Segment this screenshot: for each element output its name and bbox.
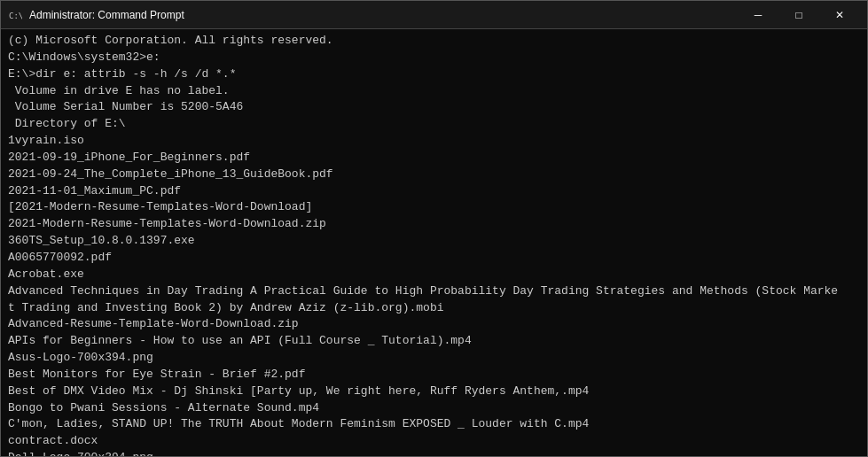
console-line: 2021-Modern-Resume-Templates-Word-Downlo… bbox=[8, 216, 860, 233]
title-bar: C:\ Administrator: Command Prompt ─ □ ✕ bbox=[1, 1, 867, 29]
console-line: Asus-Logo-700x394.png bbox=[8, 350, 860, 367]
console-line: [2021-Modern-Resume-Templates-Word-Downl… bbox=[8, 199, 860, 216]
console-line: Advanced Techniques in Day Trading A Pra… bbox=[8, 283, 860, 300]
console-line: (c) Microsoft Corporation. All rights re… bbox=[8, 33, 860, 50]
console-line: Bongo to Pwani Sessions - Alternate Soun… bbox=[8, 400, 860, 417]
console-line: 2021-09-19_iPhone_For_Beginners.pdf bbox=[8, 150, 860, 167]
console-line: Acrobat.exe bbox=[8, 267, 860, 283]
cmd-window: C:\ Administrator: Command Prompt ─ □ ✕ … bbox=[0, 0, 868, 457]
window-controls: ─ □ ✕ bbox=[738, 1, 860, 29]
console-line: 1vyrain.iso bbox=[8, 133, 860, 150]
close-button[interactable]: ✕ bbox=[819, 1, 860, 29]
svg-text:C:\: C:\ bbox=[9, 12, 22, 20]
console-output[interactable]: (c) Microsoft Corporation. All rights re… bbox=[1, 29, 867, 456]
console-line: Volume in drive E has no label. bbox=[8, 83, 860, 100]
console-line: E:\>dir e: attrib -s -h /s /d *.* bbox=[8, 66, 860, 83]
console-line: contract.docx bbox=[8, 433, 860, 450]
console-line: Advanced-Resume-Template-Word-Download.z… bbox=[8, 316, 860, 333]
cmd-icon: C:\ bbox=[8, 8, 22, 22]
console-line: Directory of E:\ bbox=[8, 116, 860, 133]
console-line: Best of DMX Video Mix - Dj Shinski [Part… bbox=[8, 383, 860, 400]
console-line: Dell-Logo-700x394.png bbox=[8, 450, 860, 456]
console-line: Best Monitors for Eye Strain - Brief #2.… bbox=[8, 367, 860, 383]
console-line: A0065770092.pdf bbox=[8, 250, 860, 267]
console-line: t Trading and Investing Book 2) by Andre… bbox=[8, 300, 860, 317]
minimize-button[interactable]: ─ bbox=[738, 1, 778, 29]
console-line: Volume Serial Number is 5200-5A46 bbox=[8, 99, 860, 116]
console-line: APIs for Beginners - How to use an API (… bbox=[8, 333, 860, 350]
window-title: Administrator: Command Prompt bbox=[29, 9, 738, 21]
maximize-button[interactable]: □ bbox=[778, 1, 819, 29]
console-line: 2021-09-24_The_Complete_iPhone_13_GuideB… bbox=[8, 167, 860, 183]
console-line: 360TS_Setup_10.8.0.1397.exe bbox=[8, 233, 860, 250]
console-line: C:\Windows\system32>e: bbox=[8, 50, 860, 66]
console-line: 2021-11-01_Maximum_PC.pdf bbox=[8, 183, 860, 200]
console-line: C'mon, Ladies, STAND UP! The TRUTH About… bbox=[8, 416, 860, 433]
